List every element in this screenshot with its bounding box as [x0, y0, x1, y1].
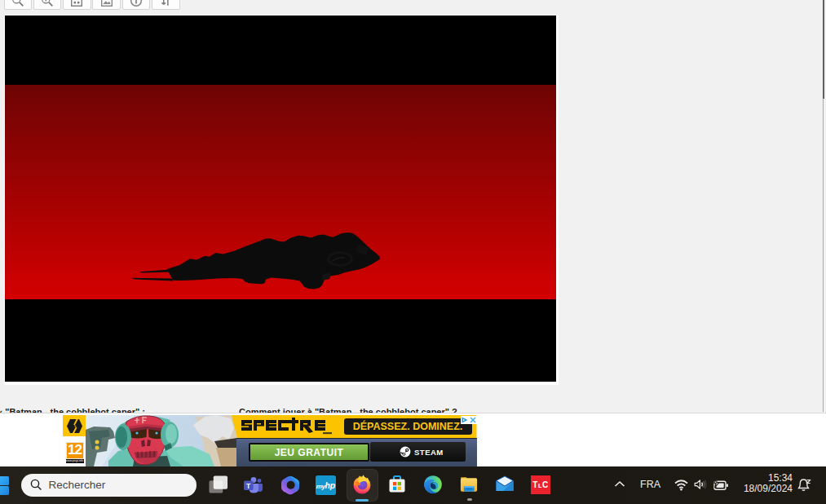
svg-text:T: T	[246, 482, 251, 490]
